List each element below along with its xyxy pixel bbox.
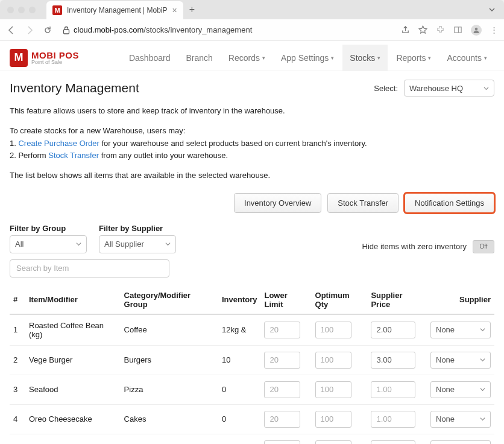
warehouse-select-value: Warehouse HQ [409, 84, 463, 93]
cell-num: 2 [10, 345, 25, 375]
app-header: M MOBI POS Point of Sale DashboardBranch… [0, 41, 504, 71]
page-description: This feature allows users to store and k… [10, 105, 494, 182]
supplier-select[interactable]: None [430, 352, 491, 369]
supplier-price-input[interactable] [371, 322, 415, 338]
optimum-qty-input[interactable] [315, 352, 351, 369]
cell-num: 1 [10, 314, 25, 346]
menu-icon[interactable]: ⋮ [490, 25, 498, 34]
cell-item: Strawberry Cheese [25, 434, 121, 444]
share-icon[interactable] [401, 25, 410, 34]
create-po-link[interactable]: Create Purchase Order [18, 139, 99, 148]
lower-limit-input[interactable] [264, 322, 300, 338]
logo-mark-icon: M [10, 49, 28, 67]
bookmark-icon[interactable] [418, 25, 427, 34]
window-max-icon[interactable] [29, 7, 36, 13]
nav-item-branch[interactable]: Branch [178, 45, 219, 71]
howto-lead: To create stocks for a new Warehouse, us… [10, 125, 494, 138]
lower-limit-input[interactable] [264, 381, 300, 398]
window-close-icon[interactable] [7, 7, 14, 13]
new-tab-button[interactable]: + [189, 4, 195, 15]
supplier-price-input[interactable] [371, 381, 415, 398]
tab-overflow-icon[interactable] [488, 6, 499, 13]
cell-category: Burgers [121, 345, 218, 375]
supplier-select[interactable]: None [430, 381, 491, 398]
chevron-down-icon [165, 241, 171, 247]
search-input[interactable] [10, 259, 169, 278]
nav-item-dashboard[interactable]: Dashboard [122, 45, 178, 71]
nav-back-button[interactable] [6, 25, 17, 36]
stock-transfer-button[interactable]: Stock Transfer [327, 193, 398, 213]
svg-point-3 [475, 27, 478, 30]
th-category: Category/Modifier Group [121, 286, 218, 314]
main-nav: DashboardBranchRecords▾App Settings▾Stoc… [122, 45, 494, 71]
nav-item-label: Accounts [447, 53, 482, 63]
cell-num: 3 [10, 375, 25, 404]
url-path: /stocks/inventory_management [143, 25, 252, 34]
reload-button[interactable] [42, 25, 53, 36]
optimum-qty-input[interactable] [315, 322, 351, 338]
filter-group-select[interactable]: All [10, 235, 87, 253]
cell-item: Vege Burger [25, 345, 121, 375]
hide-zero-label: Hide items with zero inventory [362, 242, 467, 251]
supplier-price-input[interactable] [371, 411, 415, 428]
filter-group-value: All [15, 239, 24, 249]
extensions-icon[interactable] [436, 25, 445, 34]
th-supplier: Supplier [427, 286, 494, 314]
th-lower: Lower Limit [260, 286, 311, 314]
supplier-select[interactable]: None [430, 322, 491, 338]
lower-limit-input[interactable] [264, 411, 300, 428]
tab-close-icon[interactable]: × [172, 5, 177, 15]
lower-limit-input[interactable] [264, 440, 300, 444]
lower-limit-input[interactable] [264, 352, 300, 369]
table-row: 1 Roasted Coffee Bean (kg) Coffee 12kg &… [10, 314, 494, 346]
hide-zero-toggle[interactable]: Off [473, 240, 494, 253]
chevron-down-icon [480, 327, 485, 332]
supplier-select[interactable]: None [430, 440, 491, 444]
supplier-price-input[interactable] [371, 440, 415, 444]
tab-favicon-icon: M [52, 5, 62, 15]
svg-rect-1 [455, 27, 461, 33]
warehouse-select[interactable]: Warehouse HQ [404, 80, 494, 97]
optimum-qty-input[interactable] [315, 411, 351, 428]
filter-supplier-label: Filter by Supplier [99, 224, 176, 233]
cell-inventory: 12kg & [218, 314, 261, 346]
chevron-down-icon [480, 416, 485, 422]
supplier-value: None [436, 355, 455, 364]
browser-tab[interactable]: M Inventory Management | MobiP × [46, 1, 183, 19]
supplier-price-input[interactable] [371, 352, 415, 369]
filter-group-label: Filter by Group [10, 224, 87, 233]
address-bar: cloud.mobi-pos.com/stocks/inventory_mana… [0, 19, 504, 41]
nav-item-reports[interactable]: Reports▾ [389, 45, 438, 71]
url-display[interactable]: cloud.mobi-pos.com/stocks/inventory_mana… [60, 25, 394, 34]
cell-category: Cakes [121, 404, 218, 434]
th-optimum: Optimum Qty [312, 286, 368, 314]
nav-item-records[interactable]: Records▾ [221, 45, 272, 71]
inventory-table: # Item/Modifier Category/Modifier Group … [10, 286, 494, 444]
nav-item-accounts[interactable]: Accounts▾ [439, 45, 494, 71]
supplier-select[interactable]: None [430, 411, 491, 428]
supplier-value: None [436, 385, 455, 394]
nav-item-stocks[interactable]: Stocks▾ [342, 45, 388, 71]
browser-tab-bar: M Inventory Management | MobiP × + [0, 0, 504, 19]
chevron-down-icon: ▾ [262, 55, 265, 61]
nav-item-app-settings[interactable]: App Settings▾ [274, 45, 341, 71]
notification-settings-button[interactable]: Notification Settings [405, 193, 494, 213]
optimum-qty-input[interactable] [315, 381, 351, 398]
chevron-down-icon [76, 241, 81, 247]
nav-item-label: Reports [396, 53, 426, 63]
inventory-overview-button[interactable]: Inventory Overview [234, 193, 321, 213]
tab-title: Inventory Management | MobiP [67, 6, 168, 14]
panel-icon[interactable] [453, 25, 462, 34]
optimum-qty-input[interactable] [315, 440, 351, 444]
intro-text: This feature allows users to store and k… [10, 105, 494, 118]
profile-avatar-icon[interactable] [471, 25, 482, 36]
window-min-icon[interactable] [18, 7, 25, 13]
chevron-down-icon: ▾ [377, 55, 380, 61]
lock-icon [63, 26, 70, 34]
app-logo[interactable]: M MOBI POS Point of Sale [10, 49, 79, 67]
stock-transfer-link[interactable]: Stock Transfer [48, 151, 99, 160]
nav-forward-button[interactable] [24, 25, 35, 36]
howto-1-post: for your warehouse and select products b… [99, 139, 367, 148]
filter-supplier-select[interactable]: All Supplier [99, 235, 176, 253]
th-inventory: Inventory [218, 286, 261, 314]
